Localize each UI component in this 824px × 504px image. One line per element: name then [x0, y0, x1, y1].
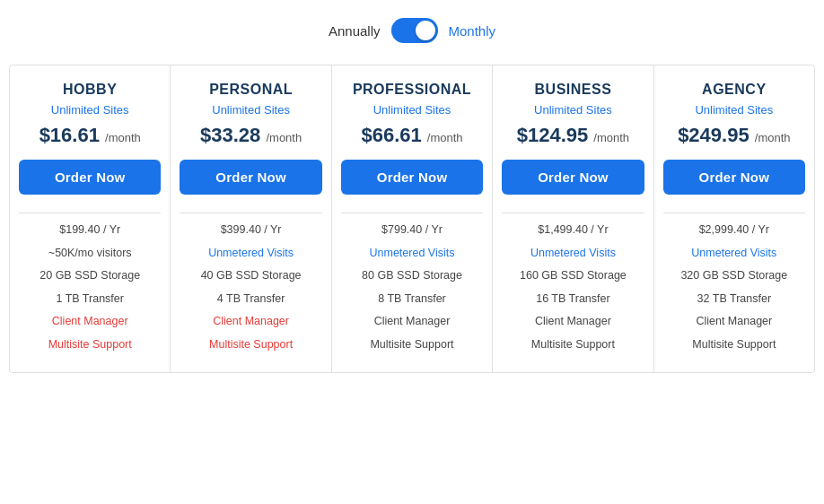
plan-visits-agency: Unmetered Visits [691, 246, 776, 262]
plan-yearly-agency: $2,999.40 / Yr [699, 222, 769, 239]
plan-col-business: BUSINESS Unlimited Sites $124.95 /month … [493, 65, 653, 372]
plan-sites-personal: Unlimited Sites [212, 103, 290, 117]
plan-client-manager-professional: Client Manager [374, 314, 451, 330]
plan-multisite-personal: Multisite Support [209, 337, 293, 353]
plan-col-hobby: HOBBY Unlimited Sites $16.61 /month Orde… [10, 65, 171, 372]
plan-transfer-business: 16 TB Transfer [536, 291, 609, 308]
order-btn-business[interactable]: Order Now [502, 160, 644, 195]
plan-storage-agency: 320 GB SSD Storage [680, 268, 787, 284]
plan-price-personal: $33.28 /month [200, 124, 302, 147]
plan-transfer-hobby: 1 TB Transfer [56, 291, 124, 308]
plan-multisite-agency: Multisite Support [692, 337, 776, 353]
plan-multisite-professional: Multisite Support [370, 337, 453, 353]
divider-business [502, 213, 644, 213]
plan-multisite-business: Multisite Support [531, 337, 615, 353]
monthly-label: Monthly [449, 23, 496, 39]
divider-personal [180, 213, 321, 213]
plan-sites-hobby: Unlimited Sites [51, 103, 129, 117]
plan-sites-professional: Unlimited Sites [373, 103, 451, 117]
plan-storage-personal: 40 GB SSD Storage [201, 268, 302, 284]
plan-storage-business: 160 GB SSD Storage [520, 268, 627, 284]
order-btn-hobby[interactable]: Order Now [19, 160, 161, 195]
plan-yearly-business: $1,499.40 / Yr [538, 222, 608, 239]
plan-visits-hobby: ~50K/mo visitors [48, 246, 132, 262]
plans-grid: HOBBY Unlimited Sites $16.61 /month Orde… [9, 65, 815, 373]
plan-price-hobby: $16.61 /month [39, 124, 141, 147]
plan-storage-hobby: 20 GB SSD Storage [39, 268, 140, 284]
plan-sites-business: Unlimited Sites [534, 103, 612, 117]
plan-multisite-hobby: Multisite Support [48, 337, 132, 353]
plan-price-agency: $249.95 /month [678, 124, 790, 147]
plan-client-manager-hobby: Client Manager [52, 314, 128, 330]
plan-storage-professional: 80 GB SSD Storage [362, 268, 462, 284]
order-btn-professional[interactable]: Order Now [341, 160, 483, 195]
plan-yearly-professional: $799.40 / Yr [381, 222, 443, 239]
plan-price-business: $124.95 /month [517, 124, 629, 147]
plan-client-manager-personal: Client Manager [213, 314, 289, 330]
plan-transfer-agency: 32 TB Transfer [697, 291, 771, 308]
plan-client-manager-agency: Client Manager [696, 314, 772, 330]
plan-sites-agency: Unlimited Sites [695, 103, 773, 117]
plan-name-professional: PROFESSIONAL [353, 82, 471, 98]
plan-visits-professional: Unmetered Visits [370, 246, 455, 262]
toggle-knob [416, 21, 435, 40]
plan-col-personal: PERSONAL Unlimited Sites $33.28 /month O… [171, 65, 331, 372]
divider-professional [341, 213, 483, 213]
order-btn-personal[interactable]: Order Now [180, 160, 321, 195]
plan-col-professional: PROFESSIONAL Unlimited Sites $66.61 /mon… [332, 65, 493, 372]
divider-hobby [19, 213, 161, 213]
plan-transfer-professional: 8 TB Transfer [378, 291, 446, 308]
plan-name-agency: AGENCY [702, 82, 766, 98]
plan-price-professional: $66.61 /month [361, 124, 462, 147]
billing-toggle-row: Annually Monthly [329, 18, 495, 43]
plan-transfer-personal: 4 TB Transfer [217, 291, 285, 308]
order-btn-agency[interactable]: Order Now [663, 160, 805, 195]
plan-client-manager-business: Client Manager [535, 314, 611, 330]
billing-toggle[interactable] [391, 18, 438, 43]
plan-name-personal: PERSONAL [209, 82, 293, 98]
plan-name-business: BUSINESS [535, 82, 612, 98]
plan-name-hobby: HOBBY [63, 82, 117, 98]
annually-label: Annually [329, 23, 381, 39]
plan-yearly-personal: $399.40 / Yr [221, 222, 282, 239]
plan-visits-business: Unmetered Visits [530, 246, 616, 262]
divider-agency [663, 213, 805, 213]
plan-visits-personal: Unmetered Visits [208, 246, 294, 262]
plan-yearly-hobby: $199.40 / Yr [59, 222, 120, 239]
plan-col-agency: AGENCY Unlimited Sites $249.95 /month Or… [654, 65, 814, 372]
